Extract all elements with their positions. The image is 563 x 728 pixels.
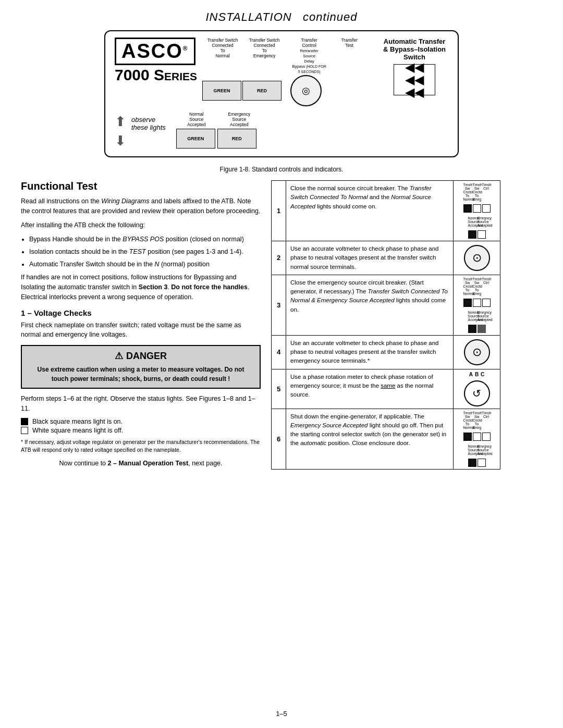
step-text-2: Use an accurate voltmeter to check phase… [286,241,453,275]
legend-on-text: Black square means light is on. [32,418,123,425]
indicators-section: Normal Source Accepted Emergency Source … [176,112,260,149]
ctrl-label-4: TransferTest [334,38,365,74]
product-title: Automatic Transfer & Bypass–Isolation Sw… [381,38,448,61]
step-num-6: 6 [272,409,286,469]
mini-blk-e6 [473,433,481,441]
asco-logo: ASCO® 7000 Series [115,38,197,84]
red-indicator: RED [217,129,256,149]
product-box: ASCO® 7000 Series Transfer SwitchConnect… [104,30,459,157]
knob-container: ◎ [283,75,329,106]
continue-text: Now continue to 2 – Manual Operation Tes… [21,460,261,467]
same-underline: same [381,382,395,389]
step-row-6: 6 Shut down the engine-generator, if app… [272,409,500,469]
mini-red-6 [478,459,486,467]
black-square-icon [21,418,28,425]
step-num-5: 5 [272,369,286,409]
asco-brand: ASCO® [115,38,195,65]
phase-meter: ↺ [464,380,490,406]
red-block-1: RED [242,81,282,101]
ft-para1: Read all instructions on the Wiring Diag… [21,196,261,216]
mini-blk-c3 [482,299,491,307]
step-text-6: Shut down the engine-generator, if appli… [286,409,453,469]
mini-blk-ctrl [482,204,491,213]
mini-blk-c6 [482,433,491,441]
figure-caption: Figure 1-8. Standard controls and indica… [21,166,542,173]
step-row-1: 1 Close the normal source circuit breake… [272,181,500,241]
white-square-icon [21,427,28,434]
mini-grn-3 [468,325,476,333]
voltage-checks-title: 1 – Voltage Checks [21,309,261,317]
step-row-3: 3 Close the emergency source circuit bre… [272,275,500,336]
step-text-5: Use a phase rotation meter to check phas… [286,369,453,409]
observe-arrows: ⬆ ⬇ [115,114,126,149]
mini-blk-normal [463,204,472,213]
legend-on: Black square means light is on. [21,418,261,425]
steps-table: 1 Close the normal source circuit breake… [271,180,500,470]
mini-indicators-6 [468,459,486,467]
mini-blk-e3 [473,299,481,307]
step-img-6: Trnsfr Sw Cnctd To Normal Trnsfr Sw Cnct… [453,409,500,469]
observe-section: ⬆ ⬇ observe these lights Normal Source A… [115,112,448,149]
step-num-4: 4 [272,336,286,369]
ft-bullets: Bypass Handle should be in the BYPASS PO… [29,234,261,269]
mini-grn-1 [468,230,476,239]
step-img-2: ⊙ [453,241,500,275]
danger-label: DANGER [126,351,167,362]
main-content: Functional Test Read all instructions on… [21,180,542,701]
footnote: * If necessary, adjust voltage regulator… [21,438,261,455]
green-indicator: GREEN [176,129,215,149]
step-num-3: 3 [272,275,286,335]
mini-ind-labels: Normal Source Accepted Emrgncy Source Ac… [468,216,486,227]
mini-controls-6 [463,433,491,441]
ft-para2: After installing the ATB check the follo… [21,220,261,230]
step-img-1: Trnsfr Sw Cnctd To Normal Trnsfr Sw Cnct… [453,181,500,241]
voltmeter-img-2: ⊙ [464,245,490,271]
mini-controls-1 [463,204,491,213]
mini-top-labels: Trnsfr Sw Cnctd To Normal Trnsfr Sw Cnct… [463,183,491,201]
mini-ind-labels-3: Normal Source Accepted Emrgncy Source Ac… [468,311,486,322]
voltmeter-img-4: ⊙ [464,339,490,365]
mini-ind-labels-6: Normal Source Accepted Emrgncy Source Ac… [468,445,486,455]
functional-test-title: Functional Test [21,180,261,192]
bullet-3: Automatic Transfer Switch should be in t… [29,259,261,269]
mini-blk-n6 [463,433,472,441]
phase-labels: ABC [469,372,485,377]
ctrl-label-3: TransferControlRetransferSourceDelayBypa… [286,38,333,74]
step-num-2: 2 [272,241,286,275]
step-img-3: Trnsfr Sw Cnctd To Normal Trnsfr Sw Cnct… [453,275,500,335]
legend-off: White square means light is off. [21,427,261,434]
step-img-4: ⊙ [453,336,500,369]
mini-top-labels-6: Trnsfr Sw Cnctd To Normal Trnsfr Sw Cnct… [463,411,491,429]
series-text: 7000 Series [115,66,197,84]
legend-off-text: White square means light is off. [32,427,123,434]
observe-label: observe these lights [131,116,166,131]
ctrl-label-1: Transfer SwitchConnectedToNormal [202,38,243,74]
ft-para3: If handles are not in correct positions,… [21,273,261,302]
mini-controls-3 [463,299,491,307]
product-right: Automatic Transfer & Bypass–Isolation Sw… [381,38,448,95]
step-row-5: 5 Use a phase rotation meter to check ph… [272,369,500,409]
bullet-2: Isolation contacts should be in the TEST… [29,246,261,257]
step-text-1: Close the normal source circuit breaker.… [286,181,453,241]
danger-box: ⚠ DANGER Use extreme caution when using … [21,345,261,389]
step-text-3: Close the emergency source circuit break… [286,275,453,335]
header-subtitle: continued [303,10,357,23]
ind-label-emerg: Emergency Source Accepted [219,112,260,127]
right-column: 1 Close the normal source circuit breake… [271,180,500,701]
mini-blk-emerg [473,204,481,213]
mini-red-3 [478,325,486,333]
mini-blk-n3 [463,299,472,307]
switch-diagram: ◀◀ ◀◀ ◀◀ [394,64,435,95]
controls-diagram: Transfer SwitchConnectedToNormal Transfe… [202,38,365,106]
reg-symbol: ® [183,45,189,52]
indicator-labels: Normal Source Accepted Emergency Source … [176,112,260,127]
controls-row: GREEN RED ◎ [202,75,365,106]
page-number: 1–5 [21,710,542,718]
arrow-up: ⬆ [115,114,126,130]
bullet-1: Bypass Handle should be in the BYPASS PO… [29,234,261,244]
green-block-1: GREEN [202,81,241,101]
page: INSTALLATION continued ASCO® 7000 Series… [0,0,563,728]
transfer-knob[interactable]: ◎ [290,75,322,106]
mini-indicators-1 [468,230,486,239]
step-row-4: 4 Use an accurate voltmeter to check pha… [272,336,500,369]
